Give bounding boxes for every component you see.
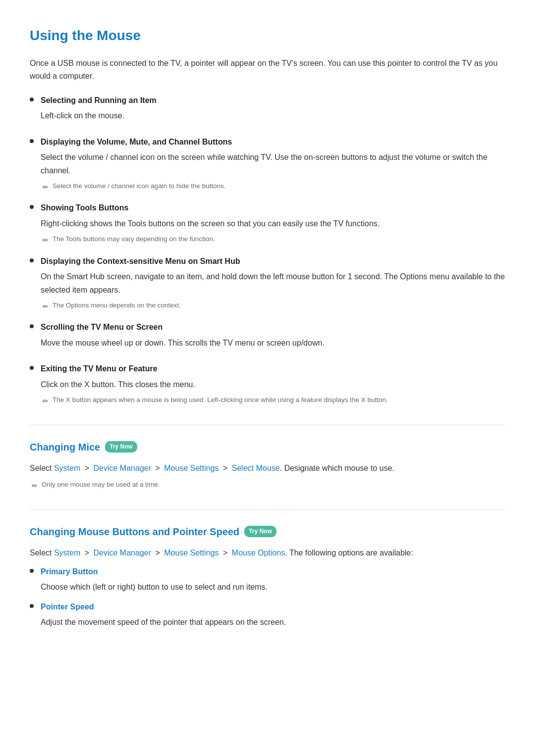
- item-heading: Exiting the TV Menu or Feature: [41, 362, 505, 375]
- list-item-content: Showing Tools Buttons Right-clicking sho…: [41, 202, 505, 246]
- list-item: Exiting the TV Menu or Feature Click on …: [30, 362, 505, 406]
- breadcrumb-system[interactable]: System: [54, 464, 80, 472]
- bullet-icon: [30, 98, 34, 101]
- arrow-icon: >: [223, 549, 230, 557]
- note: ✏ The Options menu depends on the contex…: [43, 301, 505, 312]
- list-item-content: Displaying the Context-sensitive Menu on…: [41, 255, 505, 312]
- section2-heading: Changing Mouse Buttons and Pointer Speed…: [30, 524, 505, 540]
- intro-text: Once a USB mouse is connected to the TV,…: [30, 57, 505, 83]
- main-list: Selecting and Running an Item Left-click…: [30, 94, 505, 407]
- list-item: Displaying the Volume, Mute, and Channel…: [30, 136, 505, 193]
- arrow-icon: >: [85, 549, 92, 557]
- list-item: Showing Tools Buttons Right-clicking sho…: [30, 202, 505, 246]
- bullet-icon: [30, 205, 34, 209]
- item-body: Click on the X button. This closes the m…: [41, 378, 505, 391]
- list-item: Scrolling the TV Menu or Screen Move the…: [30, 321, 505, 353]
- section1-heading: Changing Mice Try Now: [30, 439, 505, 455]
- sub-item-content: Pointer Speed Adjust the movement speed …: [41, 601, 505, 629]
- note-text: The X button appears when a mouse is bei…: [53, 395, 388, 405]
- sub-item-content: Primary Button Choose which (left or rig…: [41, 565, 505, 594]
- section-changing-mouse-buttons: Changing Mouse Buttons and Pointer Speed…: [30, 524, 505, 629]
- item-heading: Displaying the Volume, Mute, and Channel…: [41, 136, 505, 149]
- breadcrumb-mouse-settings[interactable]: Mouse Settings: [164, 549, 218, 557]
- bullet-icon: [30, 366, 34, 370]
- try-now-badge[interactable]: Try Now: [244, 526, 276, 537]
- section1-breadcrumb: Select System > Device Manager > Mouse S…: [30, 462, 505, 475]
- section1-note-text: Only one mouse may be used at a time.: [42, 480, 160, 490]
- item-body: Right-clicking shows the Tools buttons o…: [41, 217, 505, 230]
- breadcrumb-label: Select: [30, 549, 54, 557]
- bullet-icon: [30, 258, 34, 262]
- item-body: Move the mouse wheel up or down. This sc…: [41, 337, 505, 350]
- pencil-icon: ✏: [43, 182, 49, 193]
- section1-note: ✏ Only one mouse may be used at a time.: [32, 480, 505, 491]
- pencil-icon: ✏: [43, 396, 49, 406]
- breadcrumb-suffix: The following options are available:: [289, 549, 413, 557]
- breadcrumb-suffix: Designate which mouse to use.: [284, 464, 394, 472]
- sub-item-heading: Pointer Speed: [41, 601, 505, 613]
- item-heading: Showing Tools Buttons: [41, 202, 505, 214]
- sub-list: Primary Button Choose which (left or rig…: [30, 565, 505, 629]
- breadcrumb-device-manager[interactable]: Device Manager: [94, 549, 152, 557]
- bullet-icon: [30, 324, 34, 328]
- arrow-icon: >: [155, 464, 162, 472]
- list-item-content: Exiting the TV Menu or Feature Click on …: [41, 362, 505, 406]
- note-text: The Options menu depends on the context.: [53, 301, 181, 311]
- breadcrumb-select-mouse[interactable]: Select Mouse: [232, 464, 280, 472]
- divider: [30, 509, 505, 510]
- section-changing-mice: Changing Mice Try Now Select System > De…: [30, 439, 505, 492]
- breadcrumb-system[interactable]: System: [54, 549, 80, 557]
- item-body: Select the volume / channel icon on the …: [41, 151, 505, 177]
- list-item-content: Selecting and Running an Item Left-click…: [41, 94, 505, 127]
- item-heading: Displaying the Context-sensitive Menu on…: [41, 255, 505, 268]
- item-heading: Selecting and Running an Item: [41, 94, 505, 107]
- item-heading: Scrolling the TV Menu or Screen: [41, 321, 505, 334]
- arrow-icon: >: [155, 549, 162, 557]
- breadcrumb-label: Select: [30, 464, 54, 472]
- bullet-icon: [30, 569, 34, 573]
- breadcrumb-mouse-settings[interactable]: Mouse Settings: [164, 464, 218, 472]
- sub-item-heading: Primary Button: [41, 565, 505, 578]
- pencil-icon: ✏: [32, 480, 38, 491]
- list-item: Displaying the Context-sensitive Menu on…: [30, 255, 505, 312]
- list-item-content: Scrolling the TV Menu or Screen Move the…: [41, 321, 505, 353]
- sub-list-item: Pointer Speed Adjust the movement speed …: [30, 601, 505, 629]
- note: ✏ Select the volume / channel icon again…: [43, 181, 505, 193]
- item-body: On the Smart Hub screen, navigate to an …: [41, 270, 505, 297]
- arrow-icon: >: [85, 464, 92, 472]
- page-title: Using the Mouse: [30, 25, 505, 47]
- bullet-icon: [30, 139, 34, 143]
- list-item-content: Displaying the Volume, Mute, and Channel…: [41, 136, 505, 193]
- sub-list-item: Primary Button Choose which (left or rig…: [30, 565, 505, 594]
- divider: [30, 425, 505, 425]
- note: ✏ The Tools buttons may vary depending o…: [43, 234, 505, 246]
- note-text: Select the volume / channel icon again t…: [53, 181, 226, 192]
- item-body: Left-click on the mouse.: [41, 109, 505, 122]
- section2-breadcrumb: Select System > Device Manager > Mouse S…: [30, 547, 505, 559]
- note-text: The Tools buttons may vary depending on …: [53, 234, 215, 245]
- pencil-icon: ✏: [43, 235, 49, 246]
- sub-item-body: Choose which (left or right) button to u…: [41, 581, 505, 594]
- list-item: Selecting and Running an Item Left-click…: [30, 94, 505, 127]
- arrow-icon: >: [223, 464, 230, 472]
- sub-item-body: Adjust the movement speed of the pointer…: [41, 616, 505, 629]
- try-now-badge[interactable]: Try Now: [105, 441, 137, 453]
- pencil-icon: ✏: [43, 301, 49, 312]
- breadcrumb-device-manager[interactable]: Device Manager: [94, 464, 152, 472]
- breadcrumb-mouse-options[interactable]: Mouse Options: [232, 549, 285, 557]
- bullet-icon: [30, 604, 34, 608]
- note: ✏ The X button appears when a mouse is b…: [43, 395, 505, 406]
